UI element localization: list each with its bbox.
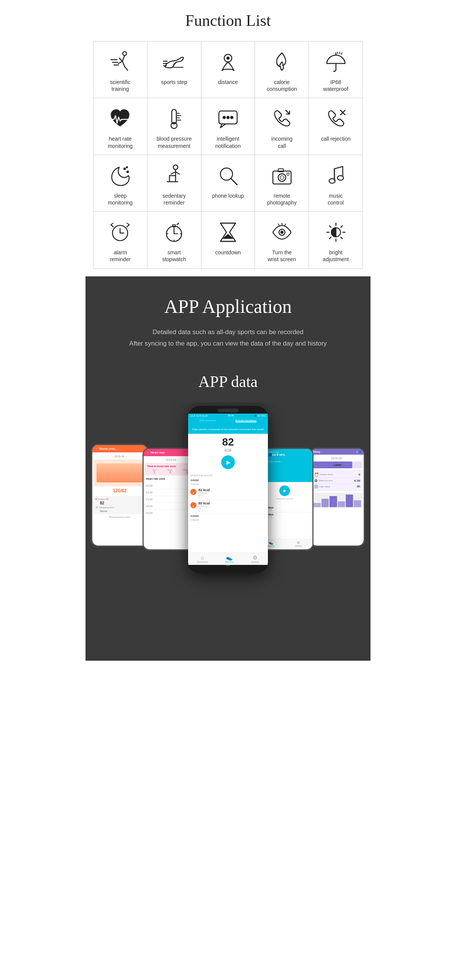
svg-rect-21 [172, 110, 176, 124]
remote-photography-icon [270, 162, 294, 189]
smart-stopwatch-label: smartstopwatch [162, 249, 186, 262]
bp-header: Blood pres... [99, 447, 118, 450]
cell-turn-wrist-screen: Turn thewrist screen [255, 212, 309, 268]
month2-total: 7.8kcal [191, 519, 265, 523]
svg-point-49 [278, 174, 286, 181]
svg-line-64 [177, 223, 179, 225]
center-phone: 2G⬆ 4G⬆ 0K/s⬆ 22:16 🔵 HD 48% GPS movemen… [188, 406, 268, 573]
bp-value: 120/82 [94, 487, 146, 495]
app-application-section: APP Application Detailed data such as al… [86, 276, 370, 365]
hist-title: Historical record [191, 472, 265, 478]
heart-rate-label: heart ratemonitoring [108, 135, 133, 149]
alarm-reminder-label: alarmreminder [110, 249, 131, 262]
function-section: Function List scientific [86, 0, 370, 276]
svg-point-52 [287, 173, 289, 175]
sedentary-icon [162, 162, 186, 189]
svg-line-40 [171, 172, 176, 174]
alarm-icon [108, 219, 132, 246]
stopwatch-icon [162, 219, 186, 246]
cell-intelligent-notification: intelligentnotification [202, 98, 255, 155]
brightness-icon [324, 219, 348, 246]
call-rejection-label: call rejection [321, 135, 351, 142]
cell-countdown: countdown [202, 212, 255, 268]
hr-header: Heart rate [151, 451, 165, 454]
bright-adjustment-label: brightadjustment [323, 249, 348, 262]
cell-call-rejection: call rejection [309, 98, 363, 155]
blood-pressure-phone: ← Blood pres... ‹ 2019-04- › 120/82 ♥ Lo… [91, 444, 148, 547]
cell-phone-lookup: phone lookup [202, 155, 255, 212]
incoming-call-icon [270, 105, 294, 132]
cell-sports-step: sports step [148, 41, 202, 98]
measured-time-label: Measured time [99, 506, 114, 509]
svg-line-2 [119, 61, 122, 64]
sports-step-label: sports step [161, 79, 187, 86]
center-status-time: 22:16 [228, 414, 234, 417]
svg-line-84 [341, 237, 342, 239]
call-rejection-icon [324, 105, 348, 132]
svg-point-37 [127, 167, 128, 168]
music-control-label: musiccontrol [328, 192, 344, 206]
wakeup-value: 6:30 [354, 479, 360, 482]
month1-total: 0.0kcal [191, 483, 265, 487]
ip68-label: IP68waterproof [323, 79, 348, 92]
month2: 03MM [191, 514, 265, 519]
app-data-title: APP data [86, 372, 370, 391]
cell-remote-photography: remotephotography [255, 155, 309, 212]
svg-point-50 [280, 176, 284, 180]
svg-line-61 [127, 223, 129, 225]
calorie-icon [270, 48, 294, 76]
zone-rest: Rest [153, 469, 157, 471]
cell-music-control: musiccontrol [309, 155, 363, 212]
remote-photography-label: remotephotography [267, 192, 297, 206]
svg-line-3 [122, 61, 125, 67]
sleep-phone: Sleep ⬆ 🔵 19-04-20 › .14MIN ⏰ [310, 448, 365, 547]
phone-lookup-label: phone lookup [212, 192, 244, 199]
svg-line-1 [122, 56, 125, 61]
run2-nav-running: Running [267, 545, 274, 547]
measured-time-value: None [95, 509, 144, 513]
cell-ip68: IP68waterproof [309, 41, 363, 98]
tab-gps: GPS movement [200, 419, 216, 422]
function-list-title: Function List [93, 11, 363, 30]
sleep-label: Light sleep [319, 485, 330, 488]
app-description-line1: Detailed data such as all-day sports can… [93, 326, 363, 338]
svg-point-53 [329, 179, 335, 183]
svg-point-38 [173, 165, 178, 170]
countdown-icon [216, 219, 240, 246]
cell-calorie-consumption: calorieconsumption [255, 41, 309, 98]
svg-line-4 [125, 67, 128, 70]
month1: 04MM [191, 478, 265, 483]
svg-line-76 [278, 224, 279, 225]
svg-point-30 [227, 116, 229, 119]
app-application-title: APP Application [93, 295, 363, 317]
function-grid: scientifictraining sports step [93, 41, 363, 269]
turn-wrist-icon [270, 219, 294, 246]
svg-line-41 [176, 172, 180, 174]
run2-nav-settings: Settings [295, 545, 302, 547]
app-data-section: APP data [86, 365, 370, 661]
sleep-date: 19-04-20 [331, 457, 342, 460]
scientific-training-icon [108, 48, 132, 76]
center-status-left: 2G⬆ 4G⬆ 0K/s⬆ [191, 414, 208, 417]
cell-blood-pressure: blood pressuremeasurement [148, 98, 202, 155]
distance-label: distance [218, 79, 238, 86]
record1-value: 82 kcal [199, 488, 265, 492]
sleep-icon [108, 162, 132, 189]
awake-label: Awake times [320, 473, 333, 476]
music-control-icon [324, 162, 348, 189]
calorie-value: 82 [188, 436, 268, 448]
incoming-call-label: incomingcall [271, 135, 292, 149]
svg-point-54 [337, 176, 343, 180]
svg-point-15 [227, 57, 229, 59]
turn-wrist-label: Turn thewrist screen [267, 249, 296, 262]
sleep-duration: .14MIN [333, 463, 342, 466]
cell-heart-rate: heart ratemonitoring [94, 98, 148, 155]
svg-point-31 [230, 116, 233, 119]
blood-pressure-icon [162, 105, 186, 132]
record2-dist: 0 [199, 510, 265, 512]
svg-point-35 [124, 168, 126, 170]
sports-step-icon [162, 48, 186, 76]
awake-value: 0 [359, 473, 360, 476]
blood-pressure-label: blood pressuremeasurement [157, 135, 192, 149]
lowest-bp-label: Lowest BP [98, 498, 109, 500]
